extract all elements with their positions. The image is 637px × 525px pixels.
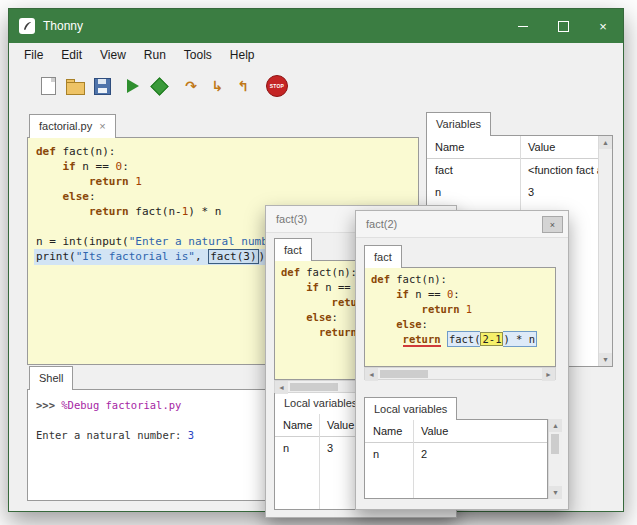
menu-run[interactable]: Run <box>135 45 175 65</box>
code-token: 2-1 <box>480 332 503 346</box>
frame3-local-variables-tab[interactable]: Local variables <box>274 391 367 414</box>
close-button[interactable]: × <box>583 9 623 43</box>
cell-name: n <box>275 442 319 454</box>
code-token <box>36 190 63 203</box>
header-name[interactable]: Name <box>275 419 319 431</box>
step-out-button[interactable]: ↰ <box>231 74 255 98</box>
code-token: 1 <box>466 303 472 315</box>
frame2-tab-fact[interactable]: fact <box>364 245 402 268</box>
header-value[interactable]: Value <box>413 425 547 437</box>
run-button[interactable] <box>121 74 145 98</box>
code-token: return <box>89 205 129 218</box>
frame2-horizontal-scrollbar[interactable]: ◄ ► <box>364 367 556 380</box>
scroll-down-icon[interactable]: ▼ <box>549 486 562 499</box>
scroll-down-icon[interactable]: ▼ <box>599 353 612 366</box>
cell-name: n <box>365 448 413 460</box>
code-token: 3 <box>188 429 194 441</box>
scroll-left-icon[interactable]: ◄ <box>275 381 288 394</box>
scrollbar-thumb[interactable] <box>551 434 559 454</box>
tab-variables[interactable]: Variables <box>426 112 491 136</box>
tab-close-icon[interactable]: × <box>99 120 105 132</box>
code-token: def <box>371 273 390 285</box>
code-line: def fact(n): <box>36 144 418 159</box>
code-line: if n == 0: <box>371 287 555 302</box>
desktop: Thonny × File Edit View Run Tools Help ↷… <box>0 0 637 525</box>
menu-help[interactable]: Help <box>221 45 264 65</box>
scroll-right-icon[interactable]: ► <box>542 368 555 381</box>
code-token: fact(n- <box>129 205 182 218</box>
code-token: fact(n): <box>390 273 447 285</box>
save-icon <box>94 78 111 95</box>
menu-view[interactable]: View <box>91 45 135 65</box>
frame3-title: fact(3) <box>276 213 307 225</box>
minimize-button[interactable] <box>503 9 543 43</box>
code-line: def fact(n): <box>371 272 555 287</box>
new-file-icon <box>41 77 56 95</box>
scroll-left-icon[interactable]: ◄ <box>365 368 378 381</box>
scrollbar-thumb[interactable] <box>290 383 338 391</box>
column-divider <box>413 420 414 498</box>
code-token: : <box>89 190 96 203</box>
frame3-local-variables-label: Local variables <box>284 397 357 409</box>
cell-name: fact <box>427 164 520 176</box>
table-row[interactable]: n2 <box>365 443 547 465</box>
code-token: n == <box>319 281 357 293</box>
close-icon: × <box>599 20 607 33</box>
frame3-tab-fact[interactable]: fact <box>274 238 312 261</box>
open-file-button[interactable] <box>63 74 87 98</box>
code-token <box>36 160 63 173</box>
frame2-code-view[interactable]: def fact(n): if n == 0: return 1 else: r… <box>364 267 556 367</box>
code-token: : <box>332 311 338 323</box>
menu-edit[interactable]: Edit <box>52 45 91 65</box>
cell-value: 2 <box>413 448 547 460</box>
frame2-local-variables-tab[interactable]: Local variables <box>364 397 457 420</box>
frame2-vertical-scrollbar[interactable]: ▲ ▼ <box>548 419 562 499</box>
header-name[interactable]: Name <box>365 425 413 437</box>
debug-frame-fact2: fact(2) × fact def fact(n): if n == 0: r… <box>355 210 569 510</box>
frame2-title-bar[interactable]: fact(2) × <box>356 211 568 238</box>
stop-button[interactable]: STOP <box>265 74 289 98</box>
tab-factorial-py[interactable]: factorial.py× <box>29 114 116 138</box>
step-over-button[interactable]: ↷ <box>179 74 203 98</box>
window-title: Thonny <box>43 19 83 33</box>
code-token: 1 <box>135 175 142 188</box>
menu-bar: File Edit View Run Tools Help <box>9 43 623 67</box>
header-name[interactable]: Name <box>427 141 520 153</box>
column-divider <box>319 414 320 509</box>
code-line: return fact(2-1) * n <box>371 332 555 347</box>
tab-shell[interactable]: Shell <box>29 366 73 390</box>
step-into-icon: ↳ <box>211 78 223 94</box>
frame3-tab-label: fact <box>284 244 302 256</box>
window-controls: × <box>503 9 623 43</box>
frame2-close-button[interactable]: × <box>542 216 563 233</box>
vertical-scrollbar[interactable]: ▲ ▼ <box>598 136 612 366</box>
debug-button[interactable] <box>147 74 171 98</box>
frame2-table-header[interactable]: Name Value <box>365 420 547 443</box>
maximize-icon <box>558 21 569 32</box>
menu-file[interactable]: File <box>15 45 52 65</box>
code-token <box>371 333 403 345</box>
code-token <box>281 311 306 323</box>
code-token: n == <box>409 288 447 300</box>
title-bar[interactable]: Thonny × <box>9 9 623 43</box>
code-token: fact(n): <box>300 266 357 278</box>
variables-tab-label: Variables <box>436 118 481 130</box>
debug-icon <box>150 77 168 95</box>
scroll-up-icon[interactable]: ▲ <box>599 136 612 149</box>
editor-tab-label: factorial.py <box>39 120 92 132</box>
code-line: print("Its factorial is", fact(3)) <box>34 249 269 265</box>
code-token <box>281 296 332 308</box>
step-into-button[interactable]: ↳ <box>205 74 229 98</box>
code-token: : <box>422 318 428 330</box>
menu-tools[interactable]: Tools <box>175 45 221 65</box>
save-button[interactable] <box>90 74 114 98</box>
code-token: def <box>281 266 300 278</box>
code-token <box>441 333 447 345</box>
maximize-button[interactable] <box>543 9 583 43</box>
new-file-button[interactable] <box>36 74 60 98</box>
run-icon <box>127 79 139 93</box>
scroll-up-icon[interactable]: ▲ <box>549 419 562 432</box>
code-token: def <box>36 145 56 158</box>
code-token: fact(n): <box>56 145 116 158</box>
scrollbar-thumb[interactable] <box>380 370 428 378</box>
